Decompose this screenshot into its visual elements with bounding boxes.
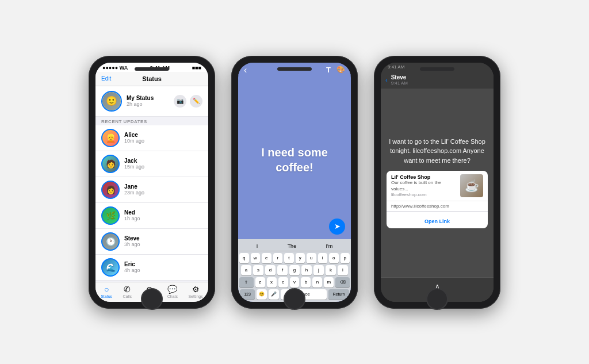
tab-calls[interactable]: ✆ Calls xyxy=(123,285,132,298)
key-s[interactable]: s xyxy=(253,265,263,275)
shift-key[interactable]: ⇧ xyxy=(239,277,254,288)
key-d[interactable]: d xyxy=(265,265,276,275)
p3-back-button[interactable]: ‹ xyxy=(385,76,388,83)
home-button-3[interactable] xyxy=(426,288,448,310)
delete-key[interactable]: ⌫ xyxy=(335,277,350,288)
key-k[interactable]: k xyxy=(326,265,336,275)
contact-item-eric[interactable]: 🌊 Eric 4h ago xyxy=(95,255,208,281)
back-button-p2[interactable]: ‹ xyxy=(244,65,247,75)
steve-info: Steve 3h ago xyxy=(124,235,140,247)
key-w[interactable]: w xyxy=(251,253,261,263)
eric-avatar: 🌊 xyxy=(101,258,120,277)
jack-time: 15m ago xyxy=(124,164,144,170)
home-button-1[interactable] xyxy=(141,288,163,310)
key-c[interactable]: c xyxy=(278,277,288,288)
key-h[interactable]: h xyxy=(301,265,312,275)
key-a[interactable]: a xyxy=(241,265,251,275)
nav-bar: Edit Status xyxy=(95,72,208,86)
eric-name: Eric xyxy=(124,261,140,267)
palette-icon[interactable]: 🎨 xyxy=(336,66,345,74)
open-link-label: Open Link xyxy=(424,219,450,224)
ned-name: Ned xyxy=(124,209,140,216)
key-z[interactable]: z xyxy=(255,277,265,288)
my-status-time: 2h ago xyxy=(127,101,169,107)
phone-3: 9:41 AM ‹ Steve 9:41 AM I want to go to … xyxy=(374,56,500,309)
status-text-content[interactable]: I need some coffee! xyxy=(244,145,345,175)
phone-2-screen: ‹ T 🎨 I need some coffee! ➤ I The I'm xyxy=(238,63,351,302)
key-q[interactable]: q xyxy=(239,253,249,263)
eric-time: 4h ago xyxy=(124,267,140,273)
send-button[interactable]: ➤ xyxy=(329,219,345,235)
contact-item-ned[interactable]: 🌿 Ned 1h ago xyxy=(95,203,208,229)
p3-nav-bar: ‹ Steve 9:41 AM xyxy=(381,71,494,89)
key-v[interactable]: v xyxy=(290,277,300,288)
home-button-2[interactable] xyxy=(284,288,305,310)
settings-tab-icon: ⚙ xyxy=(192,285,200,294)
phone-2-speaker xyxy=(277,67,312,71)
edit-icon[interactable]: ✏️ xyxy=(190,95,202,108)
jack-name: Jack xyxy=(124,158,144,164)
contact-item-steve[interactable]: 🕐 Steve 3h ago xyxy=(95,229,208,255)
key-i[interactable]: i xyxy=(318,253,328,263)
mic-key[interactable]: 🎤 xyxy=(269,289,279,300)
page-title: Status xyxy=(142,75,162,82)
contact-item-jane[interactable]: 👩 Jane 23m ago xyxy=(95,177,208,203)
ned-info: Ned 1h ago xyxy=(124,209,140,221)
p3-time: 9:41 AM xyxy=(388,64,404,70)
key-g[interactable]: g xyxy=(289,265,300,275)
keyboard-row-1: q w e r t y u i o p xyxy=(239,253,350,263)
chats-tab-icon: 💬 xyxy=(167,285,177,294)
alice-time: 10m ago xyxy=(124,138,144,144)
tab-settings[interactable]: ⚙ Settings xyxy=(188,285,202,298)
my-status-item[interactable]: 🙂 My Status 2h ago 📷 ✏️ xyxy=(95,86,208,117)
autocomplete-bar: I The I'm xyxy=(239,242,350,251)
key-x[interactable]: x xyxy=(267,277,277,288)
link-card[interactable]: Lil' Coffee Shop Our coffee is built on … xyxy=(387,171,488,228)
autocomplete-the[interactable]: The xyxy=(288,243,297,249)
numbers-key[interactable]: 123 xyxy=(240,289,255,300)
key-e[interactable]: e xyxy=(262,253,271,263)
tab-chats[interactable]: 💬 Chats xyxy=(167,285,178,298)
key-t[interactable]: t xyxy=(284,253,294,263)
key-y[interactable]: y xyxy=(296,253,305,263)
phone-speaker xyxy=(135,67,169,71)
key-o[interactable]: o xyxy=(329,253,339,263)
battery-indicator: ■■■ xyxy=(192,65,201,71)
autocomplete-i[interactable]: I xyxy=(257,243,258,249)
key-p[interactable]: p xyxy=(341,253,350,263)
calls-tab-label: Calls xyxy=(123,294,132,298)
calls-tab-icon: ✆ xyxy=(124,285,131,294)
steve-name: Steve xyxy=(124,235,140,242)
edit-button[interactable]: Edit xyxy=(101,75,111,82)
key-b[interactable]: b xyxy=(301,277,311,288)
phone-3-screen: 9:41 AM ‹ Steve 9:41 AM I want to go to … xyxy=(381,63,494,302)
key-m[interactable]: m xyxy=(324,277,334,288)
alice-name: Alice xyxy=(124,132,144,138)
jane-avatar: 👩 xyxy=(101,181,120,199)
link-card-domain: lilcoffeeshop.com xyxy=(391,192,457,197)
my-status-info: My Status 2h ago xyxy=(127,95,169,107)
contacts-list: 👱 Alice 10m ago 🧑 Jack 15m ago xyxy=(95,125,208,281)
tab-status[interactable]: ○ Status xyxy=(101,285,112,298)
return-key[interactable]: Return xyxy=(328,289,349,300)
eric-info: Eric 4h ago xyxy=(124,261,140,273)
camera-icon[interactable]: 📷 xyxy=(174,95,186,108)
contact-item-alice[interactable]: 👱 Alice 10m ago xyxy=(95,125,208,151)
key-f[interactable]: f xyxy=(277,265,288,275)
key-l[interactable]: l xyxy=(338,265,348,275)
status-tab-label: Status xyxy=(101,294,112,298)
key-n[interactable]: n xyxy=(312,277,322,288)
emoji-key[interactable]: 😊 xyxy=(257,289,267,300)
key-u[interactable]: u xyxy=(307,253,316,263)
open-link-button[interactable]: Open Link xyxy=(387,212,488,228)
key-j[interactable]: j xyxy=(313,265,324,275)
autocomplete-im[interactable]: I'm xyxy=(326,243,333,249)
settings-tab-label: Settings xyxy=(188,294,202,298)
text-format-icon[interactable]: T xyxy=(326,66,331,74)
chats-tab-label: Chats xyxy=(167,294,178,298)
phones-container: ●●●●● WA 9:41 AM ■■■ Edit Status 🙂 My St… xyxy=(0,0,589,364)
my-avatar: 🙂 xyxy=(101,91,122,112)
jane-time: 23m ago xyxy=(124,190,144,196)
key-r[interactable]: r xyxy=(273,253,283,263)
contact-item-jack[interactable]: 🧑 Jack 15m ago xyxy=(95,151,208,177)
